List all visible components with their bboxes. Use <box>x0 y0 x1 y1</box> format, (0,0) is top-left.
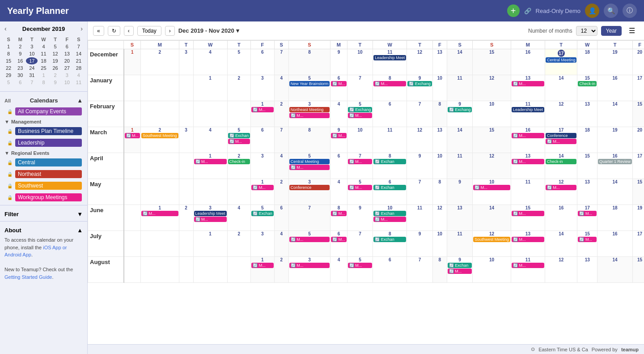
event-pill[interactable]: 🔄 M... <box>512 211 544 216</box>
mini-cal-day[interactable]: 11 <box>38 50 49 57</box>
cal-day[interactable]: 4 <box>274 231 288 257</box>
event-pill[interactable]: 🔄 M... <box>228 139 250 144</box>
cal-day[interactable]: 5 🔄 M... <box>347 257 373 283</box>
cal-day[interactable]: 13 <box>577 257 597 283</box>
cal-day[interactable]: 7 <box>407 179 433 205</box>
months-select[interactable]: 12 6 3 <box>576 26 597 36</box>
cal-day[interactable]: 2 <box>274 257 288 283</box>
cal-day[interactable]: 4 <box>193 127 227 153</box>
mini-cal-day[interactable]: 3 <box>61 72 73 79</box>
cal-day[interactable]: 8 🔄 Exchan <box>373 153 407 179</box>
cal-day[interactable]: 7 <box>274 127 288 153</box>
event-pill[interactable]: 🔄 M... <box>512 133 544 138</box>
event-pill[interactable]: 🔄 M... <box>331 133 347 138</box>
event-pill[interactable]: 🔄 M... <box>194 159 227 164</box>
cal-day[interactable]: 6 <box>274 205 288 231</box>
cal-day[interactable]: 1 🔄 M... <box>124 127 141 153</box>
event-pill[interactable]: Check-in <box>578 81 597 86</box>
cal-day[interactable]: 9 <box>447 179 473 205</box>
cal-day[interactable]: 10 <box>347 49 373 75</box>
cal-day[interactable]: 3 Northeast Meeting 🔄 M... <box>288 101 330 127</box>
cal-item-central[interactable]: 🔒 Central <box>2 157 85 168</box>
cal-day[interactable]: 1 🔄 M... <box>251 257 275 283</box>
cal-day[interactable]: 1 🔄 M... <box>193 153 227 179</box>
mini-cal-day[interactable]: 8 <box>3 50 14 57</box>
event-pill[interactable]: 🔄 M... <box>348 113 373 118</box>
cal-day[interactable]: 15 <box>473 127 511 153</box>
cal-day[interactable]: 9 🔄 Exchang <box>407 75 433 101</box>
mini-cal-day[interactable]: 25 <box>38 64 49 72</box>
cal-day[interactable]: 18 <box>577 127 597 153</box>
cal-day[interactable]: 15 <box>577 153 597 179</box>
mini-cal-day[interactable]: 9 <box>14 50 26 57</box>
event-pill[interactable]: Leadership Meet <box>373 55 406 60</box>
cal-item-southwest[interactable]: 🔒 Southwest <box>2 180 85 191</box>
mini-cal-day[interactable]: 6 <box>61 43 73 50</box>
cal-day[interactable]: 13 🔄 M... <box>511 75 545 101</box>
info-button[interactable]: ⓘ <box>623 4 637 18</box>
cal-day[interactable]: 13 <box>577 179 597 205</box>
cal-day[interactable]: 1 <box>193 75 227 101</box>
mini-cal-day[interactable]: 7 <box>26 79 38 86</box>
event-pill[interactable]: 🔄 M... <box>373 217 406 222</box>
read-only-link[interactable]: Read-Only Demo <box>536 8 580 14</box>
event-pill[interactable]: New Year Brainstorm <box>289 81 330 86</box>
cal-item-all-company[interactable]: 🔒 All Company Events <box>2 106 85 117</box>
mini-cal-day[interactable]: 16 <box>14 57 26 64</box>
event-pill[interactable]: 🔄 M... <box>473 185 510 190</box>
cal-day[interactable]: 12 <box>473 153 511 179</box>
cal-day[interactable]: 11 🔄 M... <box>511 257 545 283</box>
cal-day[interactable]: 4 <box>330 257 347 283</box>
cal-day[interactable]: 3 <box>179 127 193 153</box>
cal-item-leadership[interactable]: 🔒 Leadership <box>2 137 85 148</box>
cal-day[interactable]: 4 <box>193 49 227 75</box>
getting-started-link[interactable]: Getting Started Guide <box>4 274 52 280</box>
mini-cal-day[interactable]: 4 <box>73 72 85 79</box>
mini-cal-day[interactable]: 11 <box>73 79 85 86</box>
cal-item-northeast[interactable]: 🔒 Northeast <box>2 169 85 179</box>
cal-day-today[interactable]: 17 Central Meeting <box>545 49 577 75</box>
cal-day[interactable]: 2 <box>227 75 251 101</box>
cal-day[interactable]: 12 <box>407 127 433 153</box>
cal-day[interactable]: 5 🔄 M... <box>288 231 330 257</box>
mini-cal-today[interactable]: 17 <box>26 57 38 64</box>
event-pill[interactable]: 🔄 M... <box>331 211 347 216</box>
cal-day[interactable]: 17 <box>633 153 644 179</box>
cal-day[interactable]: 14 <box>545 231 577 257</box>
cal-day[interactable]: 14 Check-in <box>545 153 577 179</box>
cal-day[interactable]: 9 <box>407 153 433 179</box>
event-pill[interactable]: 🔄 M... <box>331 81 347 86</box>
cal-day[interactable]: 4 <box>330 179 347 205</box>
event-pill[interactable]: Leadership Meet <box>512 107 544 112</box>
cal-day[interactable]: 11 <box>447 231 473 257</box>
cal-day[interactable]: 5 🔄 M... <box>347 179 373 205</box>
cal-day[interactable]: 3 Leadership Meet 🔄 M... <box>193 205 227 231</box>
mini-cal-day[interactable]: 30 <box>14 72 26 79</box>
cal-day[interactable]: 6 <box>251 49 275 75</box>
event-pill[interactable]: Southwest Meeting <box>141 133 178 138</box>
cal-day[interactable]: 3 🔄 M... <box>288 257 330 283</box>
cal-day[interactable]: 3 <box>251 75 275 101</box>
mini-cal-day[interactable]: 9 <box>50 79 61 86</box>
mini-cal-day[interactable]: 15 <box>3 57 14 64</box>
cal-day[interactable]: 6 🔄 Exchan <box>373 179 407 205</box>
year-view-button[interactable]: Year <box>601 26 622 36</box>
cal-day[interactable]: 8 <box>288 127 330 153</box>
cal-day[interactable]: 17 <box>633 75 644 101</box>
cal-day[interactable]: 11 Leadership Meet <box>511 101 545 127</box>
mini-cal-day[interactable]: 31 <box>26 72 38 79</box>
mini-cal-day[interactable]: 26 <box>50 64 61 72</box>
cal-day[interactable]: 1 <box>124 49 141 75</box>
cal-day[interactable]: 14 <box>447 49 473 75</box>
mini-cal-day[interactable]: 10 <box>26 50 38 57</box>
event-pill[interactable]: Check-in <box>228 159 250 164</box>
cal-day[interactable]: 18 <box>577 49 597 75</box>
event-pill[interactable]: Southwest Meeting <box>473 237 510 242</box>
cal-day[interactable]: 2 <box>274 179 288 205</box>
cal-day[interactable]: 17 <box>633 231 644 257</box>
cal-day[interactable]: 14 <box>473 205 511 231</box>
cal-day[interactable]: 4 <box>274 153 288 179</box>
event-pill[interactable]: 🔄 M... <box>348 185 373 190</box>
mini-cal-day[interactable]: 5 <box>50 43 61 50</box>
mini-cal-day[interactable]: 12 <box>50 50 61 57</box>
